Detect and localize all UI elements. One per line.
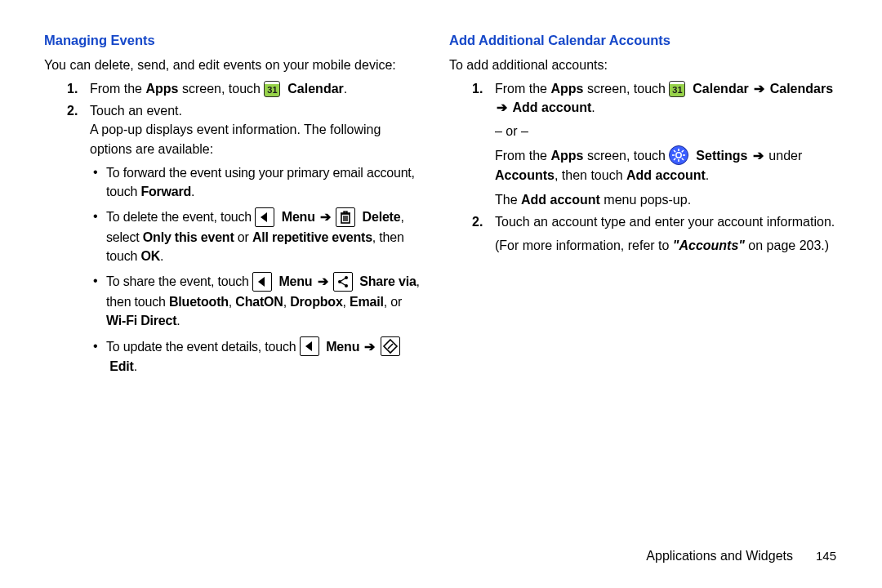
text: . <box>134 359 137 373</box>
calendar-icon: 31 <box>264 81 280 97</box>
svg-line-22 <box>682 158 684 160</box>
back-triangle-icon <box>255 207 274 227</box>
heading-add-accounts: Add Additional Calendar Accounts <box>449 31 838 51</box>
text: , <box>283 295 291 309</box>
bold-delete: Delete <box>363 210 401 224</box>
bold-share-via: Share via <box>359 274 416 288</box>
step-2-body: Touch an event. A pop-up displays event … <box>90 101 425 382</box>
bold-calendar: Calendar <box>693 82 748 96</box>
back-triangle-icon <box>300 336 319 356</box>
intro-left: You can delete, send, and edit events on… <box>44 56 425 74</box>
bullet-delete: To delete the event, touch Menu ➔ Delete… <box>93 207 425 265</box>
text: To update the event details, touch <box>106 340 300 354</box>
bold-calendars: Calendars <box>770 82 833 96</box>
arrow-icon: ➔ <box>318 210 332 224</box>
text: From the <box>90 82 145 96</box>
add-account-pops-line: The Add account menu pops-up. <box>495 190 838 209</box>
bold-add-account: Add account <box>512 100 591 114</box>
text: The <box>495 193 521 207</box>
bold-menu: Menu <box>326 340 359 354</box>
svg-line-11 <box>340 278 346 282</box>
bold-apps: Apps <box>550 149 583 163</box>
arrow-icon: ➔ <box>495 100 509 114</box>
share-icon <box>333 272 353 292</box>
bold-add-account: Add account <box>626 168 706 182</box>
ref-accounts-link: "Accounts" <box>673 238 745 252</box>
bold-chaton: ChatON <box>235 295 283 309</box>
svg-line-23 <box>674 158 675 160</box>
text: . <box>706 168 709 182</box>
text: To share the event, touch <box>106 274 252 288</box>
bullet-share: To share the event, touch Menu ➔ Share v… <box>93 272 425 330</box>
step-number: 1. <box>472 79 487 209</box>
svg-line-15 <box>388 344 393 349</box>
arrow-icon: ➔ <box>363 340 376 354</box>
footer-section-title: Applications and Widgets <box>646 546 793 565</box>
text: (For more information, refer to <box>495 238 673 252</box>
text: on page 203.) <box>745 238 829 252</box>
bold-bluetooth: Bluetooth <box>169 295 229 309</box>
calendar-icon: 31 <box>669 81 685 97</box>
footer-page-number: 145 <box>816 547 836 565</box>
svg-line-12 <box>340 282 346 286</box>
text: . <box>176 314 180 327</box>
text: or <box>234 230 252 244</box>
text: screen, touch <box>178 82 264 96</box>
bold-apps: Apps <box>145 82 178 96</box>
back-triangle-icon <box>252 272 272 292</box>
bold-forward: Forward <box>140 185 191 198</box>
svg-marker-0 <box>261 212 267 222</box>
settings-gear-icon <box>669 145 688 165</box>
text: To delete the event, touch <box>106 210 255 224</box>
text: . <box>160 249 163 263</box>
bold-edit: Edit <box>109 359 133 373</box>
text: Touch an account type and enter your acc… <box>495 215 835 229</box>
bold-apps: Apps <box>550 82 583 96</box>
cross-ref: (For more information, refer to "Account… <box>495 236 838 255</box>
bold-wifi-direct: Wi-Fi Direct <box>106 314 176 327</box>
bold-settings: Settings <box>696 149 747 163</box>
bold-ok: OK <box>140 249 160 263</box>
svg-line-21 <box>674 150 675 152</box>
bold-add-account: Add account <box>521 193 600 207</box>
page-footer: Applications and Widgets 145 <box>646 546 836 565</box>
trash-icon <box>336 207 355 227</box>
text: . <box>191 185 194 198</box>
step-number: 1. <box>67 79 82 98</box>
arrow-icon: ➔ <box>751 149 765 163</box>
intro-right: To add additional accounts: <box>449 56 838 74</box>
svg-marker-7 <box>258 277 265 287</box>
text: From the <box>495 82 550 96</box>
bold-menu: Menu <box>282 210 315 224</box>
bullet-edit: To update the event details, touch Menu … <box>93 337 425 376</box>
arrow-icon: ➔ <box>752 82 766 96</box>
r-step-2-body: Touch an account type and enter your acc… <box>495 212 838 255</box>
edit-pencil-icon <box>381 336 400 356</box>
text: , then touch <box>555 168 626 182</box>
bold-accounts: Accounts <box>495 168 555 182</box>
text: From the <box>495 149 550 163</box>
text: A pop-up displays event information. The… <box>90 122 381 155</box>
svg-marker-13 <box>305 341 312 351</box>
r-step-1-body: From the Apps screen, touch 31 Calendar … <box>495 79 838 209</box>
text: menu pops-up. <box>600 193 691 207</box>
svg-point-16 <box>676 153 681 158</box>
step-1-body: From the Apps screen, touch 31 Calendar. <box>90 79 425 98</box>
step-number: 2. <box>472 212 487 255</box>
svg-line-24 <box>682 150 684 152</box>
text: , or <box>384 295 402 309</box>
svg-rect-6 <box>344 212 347 213</box>
text: , <box>343 295 350 309</box>
bold-dropbox: Dropbox <box>290 295 342 309</box>
text: under <box>765 149 802 163</box>
bold-email: Email <box>350 295 384 309</box>
bullet-forward: To forward the event using your primary … <box>93 163 425 201</box>
bold-all-repetitive: All repetitive events <box>252 230 372 244</box>
or-separator: – or – <box>495 122 838 140</box>
bold-menu: Menu <box>278 274 312 288</box>
text: screen, touch <box>583 149 669 163</box>
text: screen, touch <box>583 82 669 96</box>
arrow-icon: ➔ <box>316 274 330 288</box>
heading-managing-events: Managing Events <box>44 31 425 51</box>
text: Touch an event. <box>90 104 182 118</box>
